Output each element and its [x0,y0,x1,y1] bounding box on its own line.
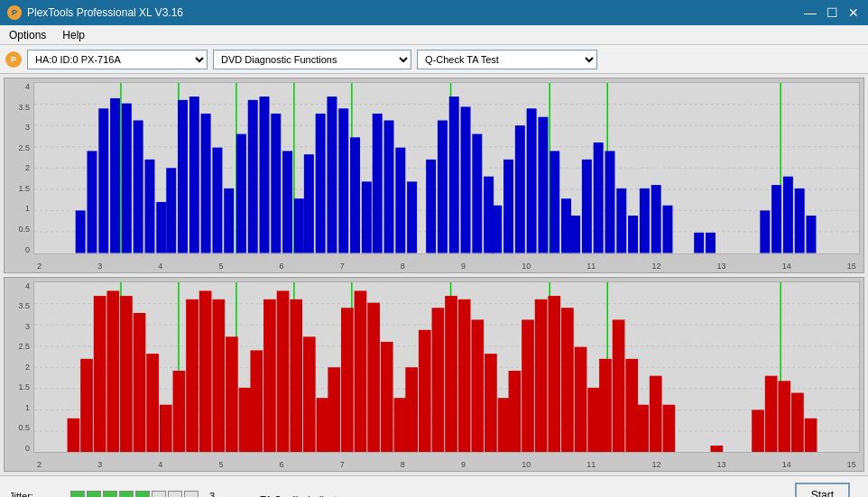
svg-rect-67 [662,206,672,253]
svg-rect-25 [178,100,188,253]
svg-rect-49 [461,106,471,253]
svg-rect-24 [166,168,176,253]
svg-rect-108 [290,299,302,452]
svg-rect-71 [771,185,781,253]
svg-rect-28 [212,148,222,253]
app-title: PlexTools Professional XL V3.16 [27,6,183,19]
close-button[interactable]: ✕ [846,5,861,20]
svg-rect-56 [538,117,548,253]
svg-rect-73 [795,189,805,253]
app-logo-icon: P [7,5,22,20]
svg-rect-106 [263,299,276,452]
menu-options[interactable]: Options [5,27,50,43]
test-select[interactable]: Q-Check TA Test [417,50,597,69]
svg-rect-143 [805,418,817,452]
top-chart-x-axis: 2 3 4 5 6 7 8 9 10 11 12 13 14 15 [33,262,860,271]
maximize-button[interactable]: ☐ [825,5,839,20]
svg-rect-30 [236,134,246,253]
drive-select[interactable]: HA:0 ID:0 PX-716A [27,50,208,69]
svg-rect-43 [384,120,394,253]
svg-rect-129 [561,308,574,452]
svg-rect-31 [248,100,258,253]
start-button[interactable]: Start [795,483,850,498]
jitter-seg-5 [135,491,150,498]
svg-rect-68 [694,233,704,253]
drive-icon: P [5,51,22,68]
svg-rect-128 [548,296,560,452]
svg-rect-120 [445,296,457,452]
svg-rect-99 [173,371,186,452]
svg-rect-126 [522,319,534,452]
bottom-chart-x-axis: 2 3 4 5 6 7 8 9 10 11 12 13 14 15 [33,460,860,469]
bottom-chart-inner [33,281,860,454]
svg-rect-115 [381,341,393,452]
svg-rect-123 [485,354,497,452]
svg-rect-35 [294,198,304,253]
svg-rect-122 [471,319,484,452]
menu-help[interactable]: Help [59,27,88,43]
top-chart: 4 3.5 3 2.5 2 1.5 1 0.5 0 [4,78,864,273]
svg-rect-121 [458,299,471,452]
svg-rect-59 [570,216,580,253]
svg-rect-41 [362,181,372,253]
jitter-seg-4 [119,491,134,498]
svg-rect-33 [271,114,281,253]
svg-rect-58 [561,198,571,253]
jitter-seg-8 [184,491,199,498]
jitter-seg-3 [103,491,117,498]
title-bar-controls[interactable]: — ☐ ✕ [803,5,861,20]
svg-rect-47 [438,120,448,253]
svg-rect-134 [625,358,638,452]
svg-rect-54 [515,125,525,253]
svg-rect-125 [509,371,522,452]
svg-rect-109 [303,336,316,452]
svg-rect-112 [341,308,354,452]
svg-rect-103 [226,336,238,452]
svg-rect-136 [650,375,662,452]
svg-rect-137 [662,404,675,452]
svg-rect-22 [144,160,154,253]
svg-rect-113 [355,290,367,452]
svg-rect-139 [752,410,764,452]
title-bar-left: P PlexTools Professional XL V3.16 [7,5,183,20]
top-chart-svg [34,83,859,253]
svg-rect-52 [492,206,502,253]
svg-rect-26 [189,97,199,253]
svg-rect-111 [328,367,340,452]
svg-rect-114 [367,302,380,452]
jitter-row: Jitter: 3 [9,491,215,498]
svg-rect-69 [706,233,716,253]
svg-rect-18 [98,108,108,253]
svg-rect-20 [122,104,132,253]
svg-rect-53 [503,160,513,253]
svg-rect-57 [549,151,559,253]
svg-rect-98 [160,404,172,452]
bottom-chart-y-axis: 4 3.5 3 2.5 2 1.5 1 0.5 0 [5,281,33,454]
svg-rect-36 [304,154,314,253]
menu-bar: Options Help [0,25,868,45]
jitter-seg-2 [87,491,101,498]
svg-rect-48 [449,97,459,253]
svg-rect-107 [277,290,290,452]
metrics-section: Jitter: 3 Peak Shift: [9,491,215,498]
svg-rect-119 [432,308,445,452]
svg-rect-94 [106,290,119,452]
svg-rect-23 [156,202,166,253]
svg-rect-132 [599,358,612,452]
svg-rect-133 [613,319,625,452]
svg-rect-135 [636,404,649,452]
svg-rect-91 [68,418,80,452]
svg-rect-130 [575,346,587,452]
svg-rect-63 [616,189,626,253]
top-chart-y-axis: 4 3.5 3 2.5 2 1.5 1 0.5 0 [5,82,33,254]
svg-rect-138 [710,445,723,452]
jitter-seg-6 [152,491,166,498]
svg-rect-27 [201,114,211,253]
svg-rect-21 [134,120,143,253]
svg-rect-101 [199,290,212,452]
svg-rect-55 [527,108,537,253]
function-select[interactable]: DVD Diagnostic Functions [213,50,411,69]
svg-rect-127 [535,299,548,452]
minimize-button[interactable]: — [803,5,817,20]
jitter-label: Jitter: [9,491,63,498]
